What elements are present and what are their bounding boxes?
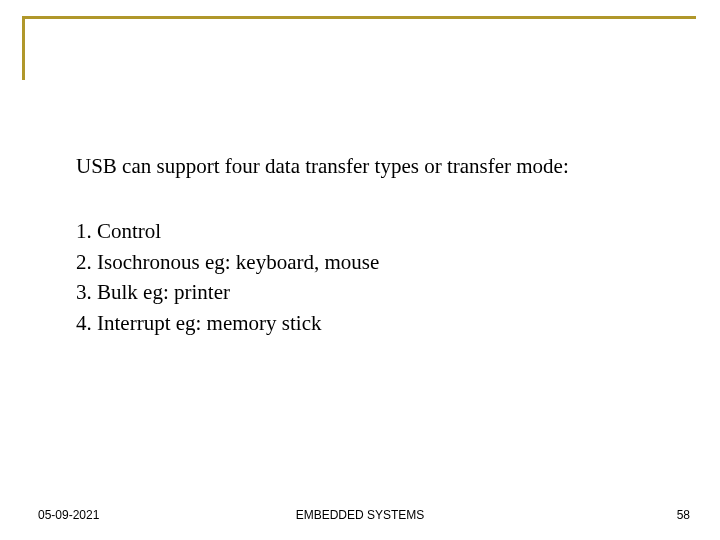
list-item: 3. Bulk eg: printer (76, 277, 666, 307)
list-item: 1. Control (76, 216, 666, 246)
footer-page-number: 58 (677, 508, 690, 522)
list-item: 2. Isochronous eg: keyboard, mouse (76, 247, 666, 277)
slide-border (22, 16, 696, 80)
intro-text: USB can support four data transfer types… (76, 152, 666, 180)
slide-content: USB can support four data transfer types… (76, 152, 666, 338)
transfer-type-list: 1. Control 2. Isochronous eg: keyboard, … (76, 216, 666, 338)
footer-title: EMBEDDED SYSTEMS (0, 508, 720, 522)
list-item: 4. Interrupt eg: memory stick (76, 308, 666, 338)
